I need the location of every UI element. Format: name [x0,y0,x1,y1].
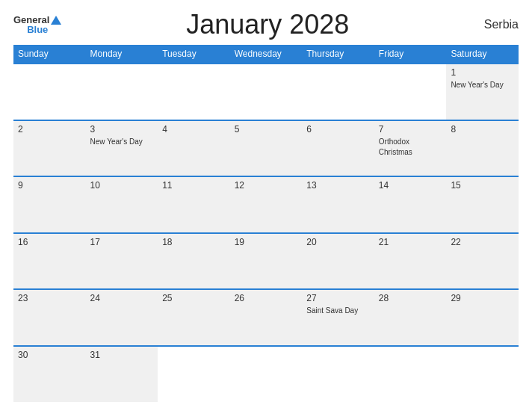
day-number: 13 [306,180,370,191]
page: General Blue January 2028 Serbia Sunday … [0,0,532,411]
day-number: 28 [379,293,442,303]
calendar-week-row: 23New Year's Day4567Orthodox Christmas8 [13,120,519,177]
table-row: 15 [446,176,519,233]
table-row [302,64,374,120]
day-number: 18 [162,237,226,247]
table-row [446,346,519,403]
table-row: 12 [230,176,303,233]
table-row: 31 [86,346,158,403]
day-number: 22 [451,237,514,247]
col-friday: Friday [374,45,447,64]
table-row: 2 [13,120,86,177]
table-row: 6 [302,120,374,177]
table-row: 28 [374,289,447,346]
day-event: New Year's Day [90,137,143,146]
country-label: Serbia [474,18,519,31]
col-wednesday: Wednesday [230,45,303,64]
day-number: 26 [235,293,298,303]
calendar-week-row: 16171819202122 [13,233,519,290]
day-number: 10 [90,180,154,191]
table-row: 9 [13,176,86,233]
col-sunday: Sunday [13,45,86,64]
calendar-header-row: Sunday Monday Tuesday Wednesday Thursday… [13,45,519,64]
day-number: 16 [18,237,81,247]
day-number: 14 [379,180,442,191]
table-row: 22 [446,233,519,290]
table-row: 26 [230,289,303,346]
table-row [302,346,374,403]
day-number: 31 [90,350,154,360]
table-row: 17 [86,233,158,290]
day-number: 9 [18,180,81,191]
table-row [230,346,303,403]
day-number: 8 [451,124,514,135]
table-row: 19 [230,233,303,290]
table-row: 5 [230,120,303,177]
table-row: 7Orthodox Christmas [374,120,447,177]
day-number: 1 [451,67,514,78]
table-row: 14 [374,176,447,233]
logo-blue-text: Blue [27,25,48,34]
day-number: 15 [451,180,514,191]
calendar-week-row: 1New Year's Day [13,64,519,120]
day-number: 24 [90,293,154,303]
col-monday: Monday [86,45,158,64]
table-row: 20 [302,233,374,290]
day-number: 2 [18,124,81,135]
table-row [158,64,230,120]
table-row: 11 [158,176,230,233]
table-row: 30 [13,346,86,403]
day-number: 12 [235,180,298,191]
table-row [86,64,158,120]
day-number: 20 [306,237,370,247]
day-number: 23 [18,293,81,303]
table-row: 13 [302,176,374,233]
table-row [158,346,230,403]
table-row: 29 [446,289,519,346]
day-event: New Year's Day [451,81,503,89]
calendar-week-row: 2324252627Saint Sava Day2829 [13,289,519,346]
table-row: 23 [13,289,86,346]
col-thursday: Thursday [302,45,374,64]
logo-triangle-icon [51,16,61,25]
calendar-week-row: 9101112131415 [13,176,519,233]
table-row [230,64,303,120]
day-number: 6 [306,124,370,135]
day-number: 3 [90,124,154,135]
calendar: Sunday Monday Tuesday Wednesday Thursday… [13,45,519,402]
calendar-week-row: 3031 [13,346,519,403]
table-row [374,64,447,120]
table-row: 27Saint Sava Day [302,289,374,346]
day-number: 27 [306,293,370,303]
table-row: 1New Year's Day [446,64,519,120]
page-title: January 2028 [61,9,474,40]
col-saturday: Saturday [446,45,519,64]
day-number: 5 [235,124,298,135]
header: General Blue January 2028 Serbia [13,9,519,40]
table-row: 3New Year's Day [86,120,158,177]
day-number: 4 [162,124,226,135]
day-event: Orthodox Christmas [379,137,412,156]
day-number: 25 [162,293,226,303]
day-number: 11 [162,180,226,191]
table-row: 24 [86,289,158,346]
col-tuesday: Tuesday [158,45,230,64]
table-row: 25 [158,289,230,346]
day-number: 29 [451,293,514,303]
table-row: 21 [374,233,447,290]
day-number: 30 [18,350,81,360]
table-row: 18 [158,233,230,290]
table-row: 16 [13,233,86,290]
table-row [13,64,86,120]
day-number: 7 [379,124,442,135]
table-row [374,346,447,403]
day-number: 17 [90,237,154,247]
table-row: 8 [446,120,519,177]
table-row: 10 [86,176,158,233]
table-row: 4 [158,120,230,177]
day-event: Saint Sava Day [306,306,358,315]
day-number: 19 [235,237,298,247]
day-number: 21 [379,237,442,247]
logo: General Blue [13,15,61,34]
